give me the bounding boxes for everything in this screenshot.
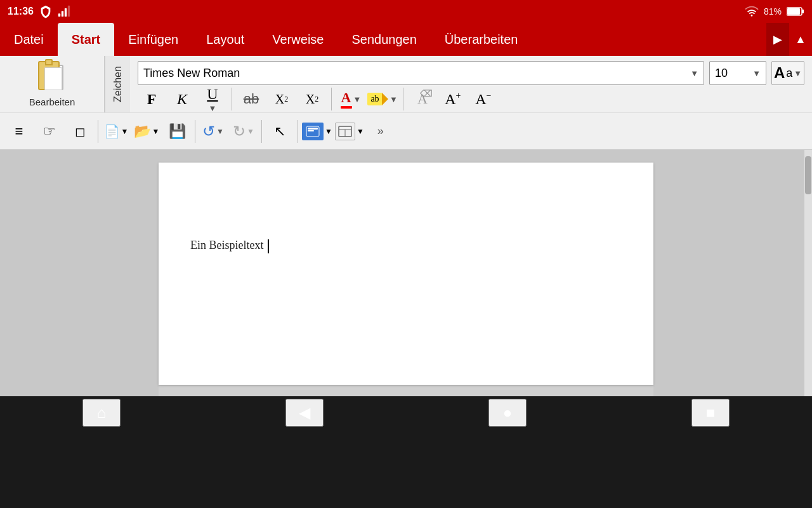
highlight-button[interactable]: ab ▼ <box>367 85 398 113</box>
text-color-bar <box>341 106 352 109</box>
wifi-icon <box>745 6 759 17</box>
open-icon: 📂 <box>134 123 151 140</box>
layout-view-icon <box>335 123 355 140</box>
hand-pointer-button[interactable]: ☞ <box>36 117 63 145</box>
open-dropdown-arrow: ▼ <box>152 127 160 136</box>
view-mode-icon <box>302 123 324 140</box>
shield-icon <box>39 4 53 18</box>
text-color-button[interactable]: A ▼ <box>337 85 365 113</box>
new-doc-dropdown-arrow: ▼ <box>121 127 129 136</box>
svg-rect-1 <box>62 11 63 17</box>
new-doc-icon: 📄 <box>104 124 120 139</box>
redo-dropdown-arrow: ▼ <box>247 127 254 136</box>
strikethrough-label: ab <box>244 91 259 107</box>
document-view-button[interactable]: ◻ <box>66 117 94 145</box>
ribbon-collapse-button[interactable]: ▲ <box>789 23 812 56</box>
redo-button[interactable]: ↻ ▼ <box>230 117 258 145</box>
home-icon: ⌂ <box>97 404 107 422</box>
format-divider-1 <box>232 88 232 110</box>
underline-dropdown-arrow: ▼ <box>209 104 217 113</box>
document-text: Ein Beispieltext <box>190 239 263 251</box>
italic-button[interactable]: K <box>168 85 196 113</box>
tab-sendungen[interactable]: Sendungen <box>337 23 430 56</box>
view-mode-button[interactable]: ▼ <box>302 117 332 145</box>
font-name-dropdown[interactable]: Times New Roman ▼ <box>138 61 704 85</box>
zeichen-label: Zeichen <box>105 56 130 112</box>
document-wrapper: Ein Beispieltext <box>0 150 812 396</box>
tab-layout[interactable]: Layout <box>192 23 258 56</box>
highlight-tip <box>382 93 388 105</box>
layout-dropdown-arrow: ▼ <box>357 127 364 136</box>
font-size-decrease-button[interactable]: A− <box>469 85 497 113</box>
toolbar-divider-4 <box>298 120 298 143</box>
clipboard-label: Bearbeiten <box>29 97 75 107</box>
font-size-dropdown[interactable]: 10 ▼ <box>709 61 766 85</box>
clipboard-section: Bearbeiten <box>0 56 105 112</box>
document-page[interactable]: Ein Beispieltext <box>159 163 653 385</box>
bold-button[interactable]: F <box>138 85 166 113</box>
horizontal-scrollbar[interactable] <box>159 385 653 396</box>
subscript-button[interactable]: X2 <box>268 85 296 113</box>
back-icon: ◀ <box>299 404 310 422</box>
circle-icon: ● <box>503 404 513 422</box>
clear-format-button[interactable]: A ⌫ <box>409 85 436 113</box>
circle-nav-button[interactable]: ● <box>488 399 527 427</box>
strikethrough-button[interactable]: ab <box>237 85 265 113</box>
tab-start[interactable]: Start <box>58 23 115 56</box>
hamburger-button[interactable]: ≡ <box>5 117 33 145</box>
tab-datei[interactable]: Datei <box>0 23 58 56</box>
square-nav-button[interactable]: ■ <box>691 399 730 427</box>
format-divider-3 <box>403 88 403 110</box>
status-bar: 11:36 81% <box>0 0 812 23</box>
font-case-big-a: A <box>774 64 785 82</box>
undo-dropdown-arrow: ▼ <box>216 127 224 136</box>
font-name-value: Times New Roman <box>143 67 240 80</box>
home-nav-button[interactable]: ⌂ <box>82 399 121 427</box>
toolbar-divider-2 <box>195 120 195 143</box>
font-format-row: F K U ▼ ab X2 X2 <box>138 85 804 113</box>
font-size-value: 10 <box>715 67 728 80</box>
subscript-label: 2 <box>284 95 288 104</box>
back-nav-button[interactable]: ◀ <box>285 399 324 427</box>
undo-button[interactable]: ↺ ▼ <box>199 117 227 145</box>
clear-a-label: A ⌫ <box>417 91 428 107</box>
square-icon: ■ <box>706 404 716 422</box>
underline-button[interactable]: U ▼ <box>199 85 226 113</box>
bottom-nav: ⌂ ◀ ● ■ <box>0 396 812 429</box>
svg-rect-8 <box>308 128 318 130</box>
font-case-small-a: a <box>786 67 792 80</box>
text-cursor <box>268 239 269 253</box>
save-icon: 💾 <box>169 123 186 140</box>
text-color-dropdown-arrow: ▼ <box>353 95 362 104</box>
layout-view-button[interactable]: ▼ <box>335 117 364 145</box>
svg-rect-3 <box>68 6 70 17</box>
vertical-scrollbar[interactable] <box>804 150 812 396</box>
format-divider-2 <box>331 88 332 110</box>
signal-icon <box>58 5 70 18</box>
battery-percent: 81% <box>764 6 782 17</box>
superscript-button[interactable]: X2 <box>298 85 326 113</box>
superscript-label: 2 <box>315 95 318 104</box>
document-content-area: Ein Beispieltext <box>190 239 622 253</box>
time-display: 11:36 <box>8 6 34 17</box>
font-name-row: Times New Roman ▼ 10 ▼ Aa ▼ <box>138 61 804 85</box>
toolbar-row: ≡ ☞ ◻ 📄 ▼ 📂 ▼ 💾 ↺ ▼ ↻ ▼ <box>0 113 812 150</box>
view-mode-dropdown-arrow: ▼ <box>325 127 332 136</box>
ribbon-tabs: Datei Start Einfügen Layout Verweise Sen… <box>0 23 812 56</box>
font-case-button[interactable]: Aa ▼ <box>771 61 804 85</box>
select-button[interactable]: ↖ <box>266 117 294 145</box>
open-file-button[interactable]: 📂 ▼ <box>133 117 160 145</box>
tab-verweise[interactable]: Verweise <box>258 23 337 56</box>
tab-einfuegen[interactable]: Einfügen <box>114 23 192 56</box>
toolbar-more-button[interactable]: » <box>367 117 395 145</box>
svg-rect-6 <box>802 10 804 13</box>
underline-label: U <box>207 86 218 103</box>
undo-icon: ↺ <box>202 123 215 140</box>
tabs-more-button[interactable]: ▶ <box>766 23 789 56</box>
new-document-button[interactable]: 📄 ▼ <box>102 117 130 145</box>
ribbon-container: Bearbeiten Zeichen Times New Roman ▼ 10 … <box>0 56 812 150</box>
tab-ueberarbeiten[interactable]: Überarbeiten <box>431 23 532 56</box>
font-size-increase-button[interactable]: A+ <box>439 85 467 113</box>
save-button[interactable]: 💾 <box>163 117 191 145</box>
scrollbar-thumb[interactable] <box>805 156 811 194</box>
